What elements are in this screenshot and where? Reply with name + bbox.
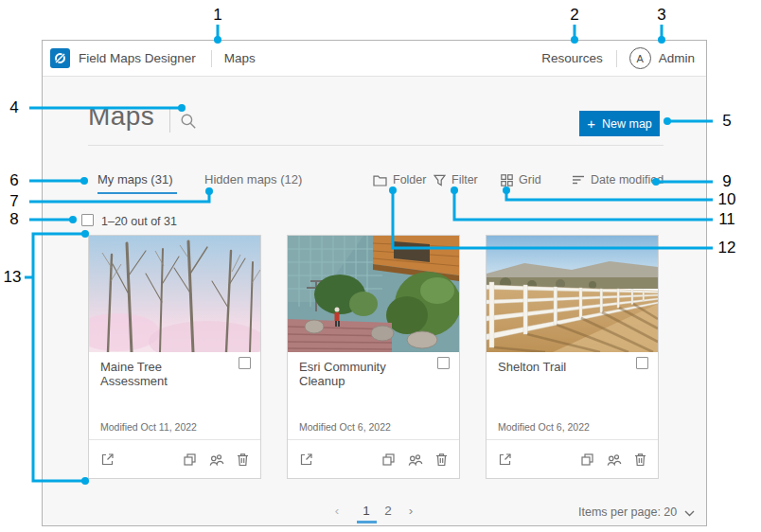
callout-number-8: 8 [2, 210, 27, 229]
callout-number-10: 10 [715, 190, 739, 209]
callout-number-12: 12 [715, 239, 739, 257]
filter-icon [434, 174, 446, 186]
card-thumbnail-trail[interactable] [487, 236, 658, 352]
items-per-page-label: Items per page: 20 [578, 505, 677, 519]
card-checkbox[interactable] [437, 357, 450, 369]
open-in-new-icon[interactable] [298, 452, 314, 471]
selection-count-label: 1–20 out of 31 [101, 215, 177, 228]
chevron-down-icon [684, 510, 695, 517]
card-thumbnail-trees[interactable] [89, 236, 260, 352]
active-tab-underline [97, 192, 177, 194]
share-group-icon[interactable] [606, 452, 622, 468]
avatar[interactable]: A [629, 47, 651, 69]
title-rule [88, 145, 664, 146]
grid-view-button[interactable]: Grid [501, 173, 541, 186]
duplicate-icon[interactable] [579, 452, 595, 468]
share-group-icon[interactable] [208, 452, 224, 468]
share-group-icon[interactable] [407, 452, 423, 468]
card-footer [89, 439, 260, 480]
callout-number-9: 9 [715, 172, 739, 191]
screenshot: Field Maps Designer Maps Resources A Adm… [0, 0, 761, 532]
map-card: Shelton Trail Modified Oct 6, 2022 [486, 235, 659, 479]
filter-button[interactable]: Filter [434, 173, 478, 186]
sort-lines-icon [572, 174, 585, 186]
map-card: Maine Tree Assessment Modified Oct 11, 2… [88, 235, 261, 479]
new-map-label: New map [602, 117, 652, 131]
plus-icon: + [587, 116, 595, 131]
card-thumbnail-building[interactable] [288, 236, 459, 352]
callout-number-6: 6 [2, 171, 27, 190]
card-modified-date: Modified Oct 6, 2022 [299, 421, 391, 433]
grid-icon [501, 174, 513, 186]
card-checkbox[interactable] [636, 357, 648, 369]
card-modified-date: Modified Oct 11, 2022 [100, 421, 197, 433]
app-header: Field Maps Designer Maps Resources A Adm… [43, 41, 706, 77]
items-per-page-select[interactable]: Items per page: 20 [578, 505, 695, 519]
title-divider [169, 109, 170, 133]
delete-icon[interactable] [235, 452, 251, 468]
header-divider-2 [616, 50, 617, 67]
select-all-checkbox[interactable] [81, 214, 94, 226]
delete-icon[interactable] [632, 452, 648, 468]
avatar-initial: A [637, 53, 644, 64]
open-in-new-icon[interactable] [497, 452, 513, 471]
filter-label: Filter [451, 173, 478, 186]
brand: Field Maps Designer Maps [50, 48, 256, 68]
pagination-page-1[interactable]: 1 [358, 504, 375, 518]
tab-hidden-maps[interactable]: Hidden maps (12) [204, 172, 302, 186]
callout-number-13: 13 [0, 268, 25, 287]
folder-button[interactable]: Folder [373, 173, 426, 186]
callout-number-3: 3 [649, 6, 674, 25]
nav-item-maps[interactable]: Maps [224, 51, 256, 65]
header-divider [211, 50, 212, 67]
card-title[interactable]: Shelton Trail [498, 360, 621, 374]
header-right: Resources A Admin [541, 47, 695, 69]
folder-label: Folder [393, 173, 426, 186]
card-title[interactable]: Esri Community Cleanup [299, 360, 422, 388]
callout-number-4: 4 [2, 98, 27, 117]
card-checkbox[interactable] [239, 357, 251, 369]
callout-number-7: 7 [2, 192, 27, 211]
app-title: Field Maps Designer [79, 51, 196, 65]
pagination-prev[interactable]: ‹ [328, 504, 345, 518]
duplicate-icon[interactable] [182, 452, 198, 468]
callout-number-5: 5 [715, 112, 739, 131]
app-window: Field Maps Designer Maps Resources A Adm… [42, 40, 707, 526]
card-footer [288, 439, 459, 480]
duplicate-icon[interactable] [380, 452, 397, 468]
page-title: Maps [88, 101, 154, 132]
callout-number-2: 2 [562, 6, 587, 25]
tab-my-maps[interactable]: My maps (31) [97, 172, 172, 186]
sort-button[interactable]: Date modified [572, 173, 664, 186]
pagination-active-underline [357, 521, 377, 523]
folder-icon [373, 174, 387, 186]
map-card: Esri Community Cleanup Modified Oct 6, 2… [287, 235, 460, 479]
pagination-next[interactable]: › [402, 504, 419, 518]
delete-icon[interactable] [434, 452, 450, 468]
new-map-button[interactable]: + New map [579, 111, 660, 136]
esri-logo-icon [50, 48, 70, 68]
search-icon[interactable] [180, 113, 197, 130]
card-footer [487, 439, 658, 480]
resources-link[interactable]: Resources [541, 51, 603, 65]
card-modified-date: Modified Oct 6, 2022 [498, 421, 590, 433]
grid-label: Grid [519, 173, 541, 186]
card-title[interactable]: Maine Tree Assessment [100, 360, 223, 388]
callout-number-11: 11 [715, 210, 739, 229]
pagination-page-2[interactable]: 2 [380, 504, 397, 518]
open-in-new-icon[interactable] [99, 452, 115, 471]
user-menu[interactable]: Admin [659, 51, 695, 65]
sort-label: Date modified [591, 173, 664, 186]
callout-number-1: 1 [205, 6, 230, 25]
